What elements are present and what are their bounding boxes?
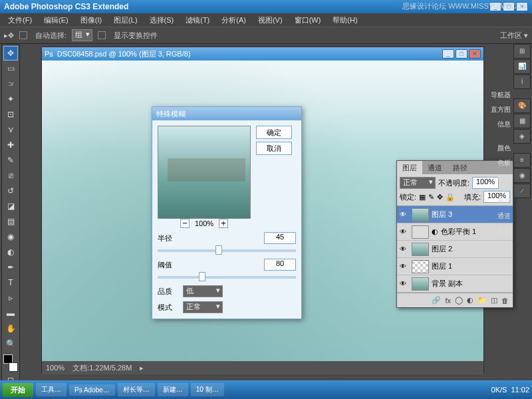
layer-row[interactable]: 图层 2 xyxy=(397,241,513,258)
layer-row[interactable]: 图层 1 xyxy=(397,258,513,275)
info-icon[interactable]: i xyxy=(513,74,531,89)
visibility-icon[interactable] xyxy=(400,245,409,254)
taskbar-item[interactable]: Ps Adobe… xyxy=(69,384,115,396)
path-tool[interactable]: ▹ xyxy=(3,291,18,305)
channels-icon[interactable]: ◉ xyxy=(513,168,531,183)
paths-icon[interactable]: ⟋ xyxy=(513,184,531,198)
layer-thumbnail[interactable] xyxy=(412,243,429,256)
zoom-in-button[interactable]: + xyxy=(219,219,228,228)
styles-icon[interactable]: ◈ xyxy=(513,129,531,144)
doc-minimize-button[interactable]: _ xyxy=(442,49,454,59)
zoom-level[interactable]: 100% xyxy=(46,364,65,372)
history-brush-tool[interactable]: ↺ xyxy=(3,184,18,198)
blur-tool[interactable]: ◉ xyxy=(3,229,18,244)
radius-input[interactable]: 45 xyxy=(264,232,296,244)
start-button[interactable]: 开始 xyxy=(3,383,33,397)
crop-tool[interactable]: ⊡ xyxy=(3,107,18,122)
clock[interactable]: 11:02 xyxy=(511,386,529,394)
layer-name[interactable]: 背景 副本 xyxy=(432,279,463,289)
threshold-input[interactable]: 80 xyxy=(264,259,296,271)
link-icon[interactable]: 🔗 xyxy=(432,296,441,305)
menu-analysis[interactable]: 分析(A) xyxy=(216,14,251,27)
wand-tool[interactable]: ✦ xyxy=(3,92,18,106)
trash-icon[interactable]: 🗑 xyxy=(501,297,509,305)
eraser-tool[interactable]: ◪ xyxy=(3,199,18,213)
taskbar-item[interactable]: 新建… xyxy=(158,383,188,396)
histogram-icon[interactable]: 📊 xyxy=(513,59,531,74)
threshold-slider[interactable] xyxy=(158,276,296,279)
heal-tool[interactable]: ✚ xyxy=(3,138,18,152)
menu-window[interactable]: 窗口(W) xyxy=(289,14,327,27)
tab-channels[interactable]: 通道 xyxy=(422,161,448,174)
zoom-tool[interactable]: 🔍 xyxy=(3,336,18,351)
menu-view[interactable]: 视图(V) xyxy=(253,14,288,27)
layer-thumbnail[interactable] xyxy=(412,277,429,291)
ok-button[interactable]: 确定 xyxy=(256,126,292,139)
preview-image[interactable] xyxy=(158,126,251,219)
lasso-tool[interactable]: ⟉ xyxy=(3,76,18,91)
lock-move-icon[interactable]: ✥ xyxy=(437,193,443,201)
show-transform-checkbox[interactable] xyxy=(98,31,106,39)
layer-thumbnail[interactable] xyxy=(412,260,429,273)
menu-filter[interactable]: 滤镜(T) xyxy=(180,14,215,27)
menu-select[interactable]: 选择(S) xyxy=(144,14,180,27)
taskbar-item[interactable]: 10 制… xyxy=(191,383,224,396)
workspace-button[interactable]: 工作区 ▾ xyxy=(500,31,528,41)
zoom-out-button[interactable]: − xyxy=(180,219,190,228)
auto-select-dropdown[interactable]: 组 xyxy=(72,29,92,41)
tab-paths[interactable]: 路径 xyxy=(448,161,473,174)
gradient-tool[interactable]: ▤ xyxy=(3,214,18,229)
auto-select-checkbox[interactable] xyxy=(19,31,27,39)
doc-maximize-button[interactable]: □ xyxy=(456,49,467,59)
layer-row[interactable]: 背景 副本 xyxy=(397,275,513,293)
adjustment-layer-icon[interactable]: ◐ xyxy=(467,296,473,305)
visibility-icon[interactable] xyxy=(400,210,409,219)
folder-icon[interactable]: 📁 xyxy=(477,296,487,305)
dodge-tool[interactable]: ◐ xyxy=(3,245,18,259)
eyedropper-tool[interactable]: ⋎ xyxy=(3,122,18,137)
lock-trans-icon[interactable]: ▦ xyxy=(419,193,426,201)
blend-mode-dropdown[interactable]: 正常 xyxy=(400,177,436,189)
visibility-icon[interactable] xyxy=(400,227,409,237)
new-layer-icon[interactable]: ◫ xyxy=(491,296,497,305)
hand-tool[interactable]: ✋ xyxy=(3,321,18,336)
type-tool[interactable]: T xyxy=(3,275,18,290)
visibility-icon[interactable] xyxy=(400,262,409,271)
fx-icon[interactable]: fx xyxy=(445,297,451,305)
taskbar-item[interactable]: 工具… xyxy=(36,383,66,396)
menu-layer[interactable]: 图层(L) xyxy=(108,14,142,27)
visibility-icon[interactable] xyxy=(400,279,409,289)
layer-name[interactable]: 图层 2 xyxy=(432,244,452,254)
color-icon[interactable]: 🎨 xyxy=(513,98,531,113)
navigator-icon[interactable]: ⊞ xyxy=(513,44,531,59)
mask-icon[interactable]: ◯ xyxy=(455,296,463,305)
lock-all-icon[interactable]: 🔒 xyxy=(446,193,455,201)
stamp-tool[interactable]: ⎚ xyxy=(3,168,18,183)
layer-name[interactable]: 色彩平衡 1 xyxy=(441,227,476,237)
color-swatch[interactable] xyxy=(3,354,18,372)
layer-thumbnail[interactable] xyxy=(412,208,429,221)
mode-dropdown[interactable]: 正常 xyxy=(183,301,223,313)
doc-close-button[interactable]: ✕ xyxy=(469,49,481,59)
swatches-icon[interactable]: ▦ xyxy=(513,114,531,128)
layers-icon[interactable]: ≡ xyxy=(513,153,531,168)
menu-edit[interactable]: 编辑(E) xyxy=(39,14,74,27)
layer-name[interactable]: 图层 3 xyxy=(432,209,452,219)
marquee-tool[interactable]: ▭ xyxy=(3,61,18,76)
menu-help[interactable]: 帮助(H) xyxy=(327,14,362,27)
quality-dropdown[interactable]: 低 xyxy=(183,285,223,297)
brush-tool[interactable]: ✎ xyxy=(3,153,18,168)
layer-thumbnail[interactable] xyxy=(412,225,429,239)
layer-name[interactable]: 图层 1 xyxy=(432,261,452,271)
pen-tool[interactable]: ✒ xyxy=(3,260,18,275)
lock-brush-icon[interactable]: ✎ xyxy=(428,193,434,201)
radius-slider[interactable] xyxy=(158,249,296,252)
menu-image[interactable]: 图像(I) xyxy=(75,14,107,27)
status-arrow-icon[interactable]: ▸ xyxy=(140,364,144,372)
cancel-button[interactable]: 取消 xyxy=(256,142,292,155)
menu-file[interactable]: 文件(F) xyxy=(3,14,37,27)
tab-layers[interactable]: 图层 xyxy=(397,161,422,174)
taskbar-item[interactable]: 村长等… xyxy=(118,383,155,396)
move-tool[interactable]: ✥ xyxy=(3,46,18,61)
shape-tool[interactable]: ▬ xyxy=(3,306,18,321)
